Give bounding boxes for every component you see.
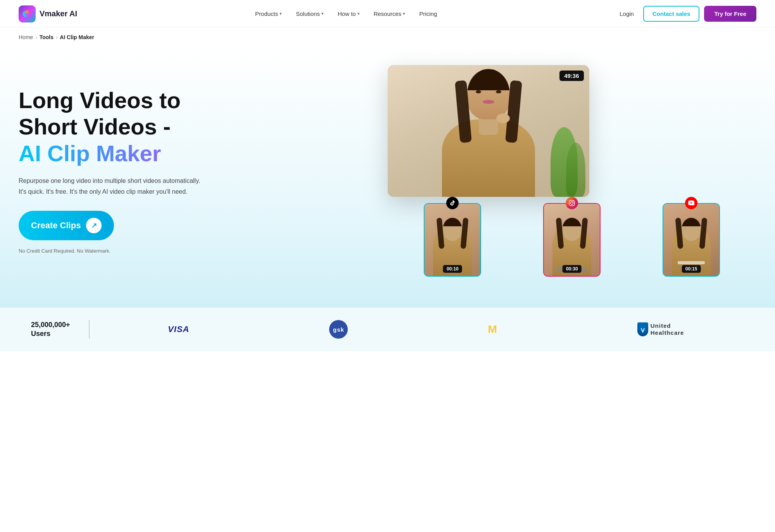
svg-point-2	[25, 10, 29, 14]
clip-timestamp-3: 00:15	[682, 265, 701, 273]
breadcrumb-separator-2: ›	[56, 34, 57, 40]
try-for-free-button[interactable]: Try for Free	[704, 6, 756, 22]
breadcrumb: Home › Tools › AI Clip Maker	[0, 28, 775, 46]
clip-card-tiktok-inner: 00:10	[424, 203, 481, 277]
svg-point-4	[571, 202, 573, 205]
svg-rect-6	[640, 325, 646, 332]
clip-card-instagram-inner: 00:30	[543, 203, 601, 277]
tiktok-icon	[446, 197, 459, 209]
hero-title-line1: Long Videos to	[19, 88, 220, 113]
svg-point-5	[573, 201, 574, 202]
logo-icon	[19, 5, 36, 22]
breadcrumb-tools[interactable]: Tools	[40, 34, 54, 40]
chevron-down-icon: ▾	[357, 11, 360, 16]
clip-card-youtube: 00:15	[663, 203, 720, 277]
bar-divider	[89, 320, 90, 339]
chevron-down-icon: ▾	[280, 11, 282, 16]
hero-video-preview: 49:36	[388, 65, 589, 197]
brand-uhc: UnitedHealthcare	[637, 322, 684, 336]
hero-visual: 49:36	[388, 65, 757, 277]
arrow-icon: ↗	[86, 218, 102, 233]
cta-note: No Credit Card Required. No Watermark.	[19, 248, 220, 254]
clip-timestamp-1: 00:10	[443, 265, 462, 273]
instagram-icon	[566, 197, 578, 209]
users-stat: 25,000,000+ Users	[31, 320, 70, 339]
clip-card-instagram: 00:30	[543, 203, 601, 277]
hero-content: Long Videos to Short Videos - AI Clip Ma…	[19, 88, 220, 254]
clip-card-tiktok: 00:10	[424, 203, 481, 277]
hero-title-line2: Short Videos -	[19, 114, 220, 139]
breadcrumb-home[interactable]: Home	[19, 34, 33, 40]
chevron-down-icon: ▾	[321, 11, 324, 16]
contact-sales-button[interactable]: Contact sales	[643, 6, 700, 22]
uhc-text: UnitedHealthcare	[651, 322, 684, 336]
nav-solutions[interactable]: Solutions ▾	[290, 7, 329, 20]
nav-menu: Products ▾ Solutions ▾ How to ▾ Resource…	[250, 7, 442, 20]
brand-logos: VISA gsk M UnitedHealthcare	[108, 320, 744, 339]
breadcrumb-separator: ›	[35, 34, 37, 40]
brand-visa: VISA	[168, 324, 189, 334]
hero-section: Long Videos to Short Videos - AI Clip Ma…	[0, 46, 775, 308]
navbar: Vmaker AI Products ▾ Solutions ▾ How to …	[0, 0, 775, 28]
hero-title: Long Videos to Short Videos - AI Clip Ma…	[19, 88, 220, 166]
svg-rect-3	[569, 200, 575, 206]
video-timer: 49:36	[559, 71, 583, 81]
hero-description: Repurpose one long video into multiple s…	[19, 176, 205, 196]
nav-resources[interactable]: Resources ▾	[368, 7, 411, 20]
nav-pricing[interactable]: Pricing	[414, 7, 442, 20]
nav-products[interactable]: Products ▾	[250, 7, 287, 20]
clip-timestamp-2: 00:30	[563, 265, 582, 273]
chevron-down-icon: ▾	[403, 11, 405, 16]
brand-logo[interactable]: Vmaker AI	[19, 5, 77, 22]
nav-actions: Login Contact sales Try for Free	[615, 6, 756, 22]
brand-gsk: gsk	[329, 320, 348, 339]
clip-card-youtube-inner: 00:15	[663, 203, 720, 277]
clip-cards: 00:10	[388, 203, 757, 277]
login-button[interactable]: Login	[615, 7, 639, 20]
hero-title-gradient: AI Clip Maker	[19, 141, 220, 167]
brand-name: Vmaker AI	[40, 9, 77, 18]
youtube-icon	[685, 197, 697, 209]
bottom-bar: 25,000,000+ Users VISA gsk M UnitedHealt…	[0, 308, 775, 351]
video-person-bg	[388, 65, 589, 197]
create-clips-button[interactable]: Create Clips ↗	[19, 211, 114, 240]
nav-howto[interactable]: How to ▾	[332, 7, 365, 20]
brand-mcdonalds: M	[488, 323, 497, 336]
uhc-icon	[637, 322, 648, 336]
breadcrumb-current: AI Clip Maker	[60, 34, 94, 40]
